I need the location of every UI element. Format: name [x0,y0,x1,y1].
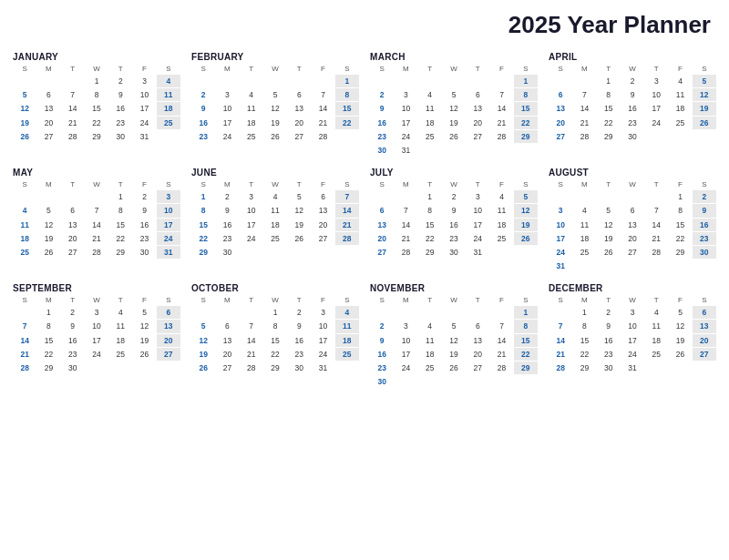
day-cell: 25 [335,348,359,361]
day-cell: 18 [240,117,263,129]
day-header: W [263,179,287,189]
week-row: 567891011 [13,88,180,101]
day-cell: 19 [442,348,466,361]
day-cell: 8 [263,320,287,332]
day-cell: 30 [132,246,156,259]
day-header: W [263,64,287,74]
day-cell: 26 [132,348,156,361]
day-cell: 9 [108,88,132,101]
day-cell: 10 [549,219,572,231]
day-cell: 4 [335,306,359,319]
day-header: W [85,179,108,189]
day-header: T [466,179,489,189]
day-cell: 1 [597,75,621,87]
week-row: 16171819202122 [370,117,538,129]
day-cell [157,130,180,143]
day-cell: 25 [489,232,513,245]
day-header: F [668,179,692,189]
day-cell: 19 [668,334,692,347]
day-header: T [287,64,311,74]
month-block-october: OCTOBERSMTWTFS12345678910111213141516171… [188,280,363,392]
day-cell: 29 [191,246,215,259]
day-cell [36,75,60,87]
day-cell: 11 [489,204,513,217]
month-name: APRIL [549,52,716,62]
day-cell: 5 [263,88,287,101]
day-cell: 7 [489,320,513,332]
day-cell: 16 [108,102,132,115]
day-cell: 5 [442,88,466,101]
day-cell: 6 [466,320,489,332]
day-cell: 16 [621,102,644,115]
day-cell: 2 [442,190,466,203]
day-cell: 29 [668,246,692,259]
day-header: F [668,64,692,74]
week-row: 22232425262728 [191,232,359,245]
day-cell [597,190,621,203]
day-cell [549,190,572,203]
day-cell: 21 [335,219,359,231]
day-cell [668,361,692,374]
week-row: 15161718192021 [191,219,359,231]
day-cell: 13 [61,219,85,231]
month-name: NOVEMBER [370,283,538,293]
day-cell: 1 [514,75,538,87]
day-cell [394,375,417,388]
day-cell: 4 [489,190,513,203]
day-cell: 24 [621,348,644,361]
day-cell [489,75,513,87]
day-cell: 21 [549,348,572,361]
day-cell: 6 [61,204,85,217]
day-header: S [549,179,572,189]
week-row: 18192021222324 [13,232,180,245]
day-cell: 2 [191,88,215,101]
week-row: 24252627282930 [549,246,716,259]
day-header: W [442,295,466,305]
day-cell [418,144,442,157]
day-cell [370,75,394,87]
day-cell [418,75,442,87]
day-cell [335,361,359,374]
day-cell [572,190,596,203]
week-row: 30 [370,375,538,388]
day-cell: 20 [36,117,60,129]
day-cell: 23 [442,232,466,245]
day-cell: 8 [335,88,359,101]
day-cell: 30 [597,361,621,374]
day-cell: 21 [489,117,513,129]
week-row: 12131415161718 [13,102,180,115]
week-row: 12131415161718 [191,334,359,347]
week-row: 262728293031 [13,130,180,143]
day-header: W [85,295,108,305]
day-cell: 11 [335,320,359,332]
day-cell: 5 [693,75,716,87]
day-cell: 4 [13,204,36,217]
day-cell: 10 [240,204,263,217]
day-cell: 2 [132,190,156,203]
day-cell: 14 [311,102,334,115]
day-header: F [311,64,334,74]
day-header: S [693,179,716,189]
day-cell: 13 [311,204,334,217]
day-header: F [489,179,513,189]
day-cell: 26 [263,130,287,143]
day-cell: 20 [287,117,311,129]
day-cell [644,130,668,143]
day-cell: 12 [514,204,538,217]
day-cell: 23 [621,117,644,129]
day-cell: 11 [644,320,668,332]
day-cell: 30 [442,246,466,259]
week-row: 1 [191,75,359,87]
day-cell: 7 [489,88,513,101]
day-cell: 31 [466,246,489,259]
week-row: 1234567 [191,190,359,203]
day-cell: 12 [132,320,156,332]
day-cell: 18 [489,219,513,231]
day-cell: 5 [597,204,621,217]
day-cell: 30 [693,246,716,259]
day-cell: 19 [442,117,466,129]
day-cell: 4 [644,306,668,319]
month-block-june: JUNESMTWTFS12345678910111213141516171819… [188,164,363,276]
day-cell: 25 [418,361,442,374]
day-cell: 18 [335,334,359,347]
